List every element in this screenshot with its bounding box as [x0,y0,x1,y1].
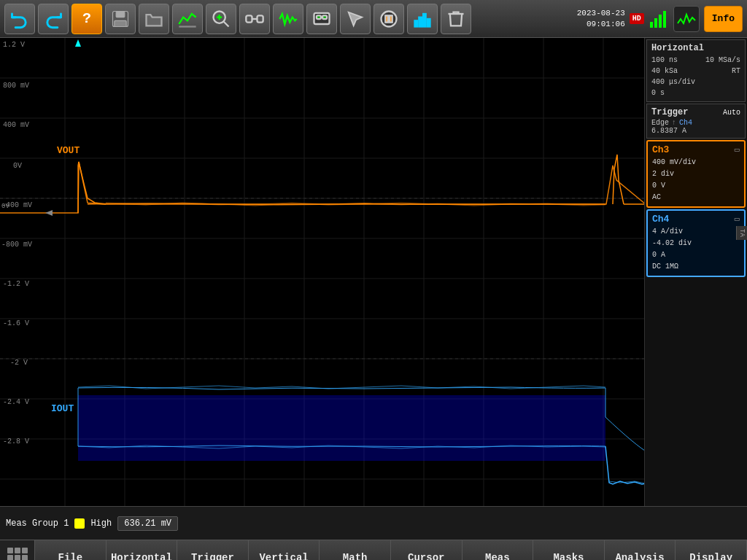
svg-text:-800 mV: -800 mV [1,241,32,249]
datetime-display: 2023-08-23 09:01:06 [577,8,625,29]
svg-rect-17 [415,20,418,26]
svg-rect-21 [650,22,653,28]
scope-logo [673,6,700,32]
svg-rect-13 [322,15,327,19]
scope-screen: 0V [0,38,645,506]
nav-masks[interactable]: Masks [533,540,605,560]
ch4-offset: 0 A [652,249,740,261]
open-button[interactable] [139,4,169,34]
ch3-offset: 0 V [652,180,740,192]
svg-rect-20 [427,19,430,27]
svg-rect-16 [390,15,392,22]
measurement-bar: Meas Group 1 High 636.21 mV [0,506,747,540]
nav-display[interactable]: Display [676,540,747,560]
nav-meas[interactable]: Meas [462,540,534,560]
svg-text:-2.4 V: -2.4 V [3,398,29,406]
svg-rect-19 [423,14,426,27]
svg-text:400 mV: 400 mV [3,121,29,129]
sample-rate-value: 10 MSa/s [705,55,740,66]
bottom-navigation: File Horizontal Trigger Vertical Math Cu… [0,540,747,560]
svg-text:-1.2 V: -1.2 V [3,280,29,288]
svg-rect-15 [385,15,388,22]
ta-tab[interactable]: TA [736,226,747,240]
top-right-panel: 2023-08-23 09:01:06 HD Info [577,6,743,32]
svg-text:VOUT: VOUT [57,145,80,156]
meas-name-label: High [90,518,112,529]
save-button[interactable] [105,4,136,34]
meas-value-display: 636.21 mV [117,516,178,531]
horizontal-section: Horizontal 100 ns 10 MSa/s 40 kSa RT 400… [646,39,746,102]
ch3-panel: Ch3 ▭ 400 mV/div 2 div 0 V AC [646,140,746,208]
svg-line-5 [224,21,229,26]
cursor-button[interactable] [340,4,371,34]
svg-rect-8 [246,15,252,22]
svg-rect-24 [663,11,666,28]
math-button[interactable] [273,4,303,34]
fft-button[interactable] [407,4,438,34]
svg-rect-18 [419,17,422,26]
ch4-close[interactable]: ▭ [735,214,740,225]
svg-text:800 mV: 800 mV [3,82,29,90]
trigger-type: Edge [651,119,669,127]
search-button[interactable] [239,4,270,34]
help-button[interactable]: ? [71,4,102,34]
ch3-pos: 2 div [652,168,740,180]
nav-file[interactable]: File [35,540,107,560]
svg-text:-1.6 V: -1.6 V [3,319,29,327]
horizontal-title: Horizontal [651,43,740,53]
meas-group-label: Meas Group 1 [6,518,69,529]
display-button[interactable] [306,4,337,34]
memory-depth: 40 kSa [651,66,678,77]
nav-math[interactable]: Math [320,540,391,560]
svg-rect-9 [258,15,263,22]
main-area: 0V [0,38,747,506]
ch4-pos: -4.02 div [652,238,740,249]
trigger-section: Trigger Auto Edge ↑ Ch4 6.8387 A [646,104,746,139]
scope-grid: 0V [0,38,644,506]
svg-text:1.2 V: 1.2 V [3,41,25,49]
ch3-name: Ch3 [652,144,669,155]
ch3-close[interactable]: ▭ [735,144,740,155]
svg-rect-1 [116,11,125,17]
toolbar: ? [0,0,747,38]
ch4-name: Ch4 [652,214,669,225]
redo-button[interactable] [38,4,69,34]
svg-text:-2 V: -2 V [10,359,28,367]
grid-icon [7,548,28,561]
svg-rect-51 [78,395,605,461]
info-button[interactable]: Info [704,6,743,32]
svg-rect-12 [317,15,321,19]
measure-button[interactable] [172,4,203,34]
ch3-coupling: AC [652,192,740,203]
svg-rect-2 [115,20,126,26]
nav-vertical[interactable]: Vertical [249,540,320,560]
svg-text:IOUT: IOUT [51,403,74,414]
time-base-value: 100 ns [651,55,678,66]
svg-rect-22 [654,18,657,28]
undo-button[interactable] [4,4,35,34]
ch4-adiv: 4 A/div [652,226,740,238]
svg-text:-2.8 V: -2.8 V [3,438,29,446]
nav-cursor[interactable]: Cursor [391,540,462,560]
trigger-mode: Auto [723,109,740,117]
position-val: 0 s [651,88,665,98]
signal-bars [649,9,669,29]
nav-trigger[interactable]: Trigger [177,540,249,560]
nav-grid-button[interactable] [0,540,35,560]
mode-rt: RT [732,66,740,77]
meas-indicator [74,518,85,529]
svg-text:-400 mV: -400 mV [1,201,32,209]
ch3-vdiv: 400 mV/div [652,157,740,168]
zoom-button[interactable] [206,4,236,34]
svg-text:0V: 0V [13,162,22,170]
nav-analysis[interactable]: Analysis [605,540,676,560]
ch4-panel: Ch4 ▭ 4 A/div -4.02 div 0 A DC 1MΩ [646,209,746,277]
hd-badge: HD [630,13,644,24]
trigger-title: Trigger [651,107,688,117]
time-div: 400 μs/div [651,77,695,88]
ch4-impedance: DC 1MΩ [652,261,740,273]
run-stop-button[interactable] [374,4,404,34]
right-panel: Horizontal 100 ns 10 MSa/s 40 kSa RT 400… [645,38,747,506]
nav-horizontal[interactable]: Horizontal [107,540,178,560]
delete-button[interactable] [441,4,471,34]
